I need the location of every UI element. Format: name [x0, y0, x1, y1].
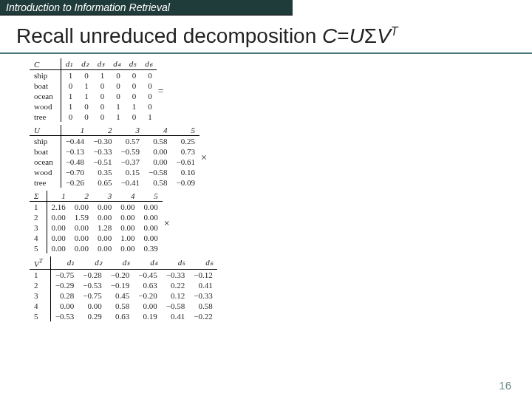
title-V: V — [377, 24, 391, 47]
cell: 0 — [61, 81, 77, 91]
col-header: d₂ — [78, 256, 106, 269]
row-header: boat — [30, 146, 61, 157]
cell: 0.00 — [116, 212, 139, 222]
col-header: 1 — [61, 125, 89, 136]
cell: 0 — [109, 70, 125, 81]
cell: 1 — [77, 91, 93, 101]
matrix-VT-block: VTd₁d₂d₃d₄d₅d₆1−0.75−0.28−0.20−0.45−0.33… — [30, 256, 532, 324]
cell: 0.00 — [144, 157, 171, 167]
cell: −0.26 — [61, 177, 89, 188]
cell: 0.00 — [70, 222, 93, 233]
cell: 1 — [93, 70, 109, 81]
row-header: wood — [30, 101, 61, 112]
cell: 0.00 — [47, 212, 70, 222]
page-number: 16 — [499, 379, 511, 392]
col-header: d₅ — [125, 58, 141, 70]
col-header: 3 — [117, 125, 144, 136]
cell: 0 — [93, 112, 109, 122]
cell: 0.41 — [162, 311, 189, 321]
cell: −0.30 — [89, 136, 116, 147]
col-header: 5 — [172, 125, 200, 136]
row-header: 5 — [30, 243, 47, 253]
cell: 0.00 — [93, 202, 116, 213]
row-header: 5 — [30, 311, 50, 321]
cell: 0 — [125, 91, 141, 101]
row-header: wood — [30, 167, 61, 177]
cell: 0 — [125, 81, 141, 91]
cell: 0 — [140, 101, 157, 112]
cell: 0 — [109, 81, 125, 91]
title-prefix: Recall unreduced decomposition — [16, 24, 322, 47]
cell: 1 — [109, 112, 125, 122]
cell: 0.28 — [50, 290, 78, 301]
cell: 0.29 — [78, 311, 106, 321]
cell: 0.63 — [106, 311, 134, 321]
cell: 0.00 — [70, 202, 93, 213]
title-eq: = — [337, 24, 349, 47]
row-header: ship — [30, 70, 61, 81]
col-header: d₃ — [93, 58, 109, 70]
content-area: Cd₁d₂d₃d₄d₅d₆ship101000boat010000ocean11… — [0, 58, 532, 324]
cell: 1.00 — [116, 233, 139, 243]
cell: −0.12 — [189, 269, 216, 280]
matrix-label: C — [30, 58, 61, 70]
cell: 0.58 — [144, 177, 171, 188]
title-C: C — [322, 24, 337, 47]
cell: 1 — [77, 81, 93, 91]
cell: 0.00 — [47, 222, 70, 233]
cell: 1 — [125, 101, 141, 112]
cell: 0.58 — [189, 301, 216, 311]
row-header: 2 — [30, 212, 47, 222]
cell: −0.33 — [162, 269, 189, 280]
col-header: 2 — [70, 191, 93, 202]
cell: 1.59 — [70, 212, 93, 222]
cell: 1 — [61, 70, 77, 81]
row-header: ocean — [30, 157, 61, 167]
matrix-C-block: Cd₁d₂d₃d₄d₅d₆ship101000boat010000ocean11… — [30, 58, 532, 125]
row-header: 3 — [30, 290, 50, 301]
col-header: d₄ — [134, 256, 161, 269]
slide-title: Recall unreduced decomposition C=UΣVT — [0, 16, 532, 52]
cell: 0 — [77, 70, 93, 81]
title-underline — [0, 52, 532, 54]
matrix-Sigma-block: Σ1234512.160.000.000.000.0020.001.590.00… — [30, 191, 532, 256]
matrix-Sigma: Σ1234512.160.000.000.000.0020.001.590.00… — [30, 191, 163, 253]
cell: 0.00 — [93, 243, 116, 253]
cell: 0 — [125, 112, 141, 122]
row-header: ocean — [30, 91, 61, 101]
cell: 0 — [93, 81, 109, 91]
matrix-label: Σ — [30, 191, 47, 202]
cell: −0.61 — [172, 157, 200, 167]
col-header: d₄ — [109, 58, 125, 70]
cell: 0.12 — [162, 290, 189, 301]
cell: −0.75 — [50, 269, 78, 280]
cell: 0.00 — [140, 212, 163, 222]
row-header: boat — [30, 81, 61, 91]
row-header: 1 — [30, 202, 47, 213]
cell: −0.48 — [61, 157, 89, 167]
cell: 0.00 — [144, 146, 171, 157]
col-header: 3 — [93, 191, 116, 202]
cell: 0.45 — [106, 290, 134, 301]
row-header: tree — [30, 112, 61, 122]
cell: −0.53 — [78, 280, 106, 290]
cell: 0.00 — [47, 243, 70, 253]
cell: 0.00 — [78, 301, 106, 311]
col-header: d₁ — [50, 256, 78, 269]
row-header: 3 — [30, 222, 47, 233]
col-header: 1 — [47, 191, 70, 202]
matrix-label: U — [30, 125, 61, 136]
cell: 0.41 — [189, 280, 216, 290]
matrix-U-block: U12345ship−0.44−0.300.570.580.25boat−0.1… — [30, 125, 532, 191]
cell: −0.75 — [78, 290, 106, 301]
cell: 0 — [93, 91, 109, 101]
cell: 0.15 — [117, 167, 144, 177]
times-sign-1: × — [200, 152, 211, 164]
cell: 1.28 — [93, 222, 116, 233]
cell: 1 — [109, 101, 125, 112]
cell: 0 — [93, 101, 109, 112]
col-header: d₅ — [162, 256, 189, 269]
title-sup: T — [391, 25, 398, 38]
course-title: Introduction to Information Retrieval — [6, 1, 170, 13]
cell: 0 — [61, 112, 77, 122]
